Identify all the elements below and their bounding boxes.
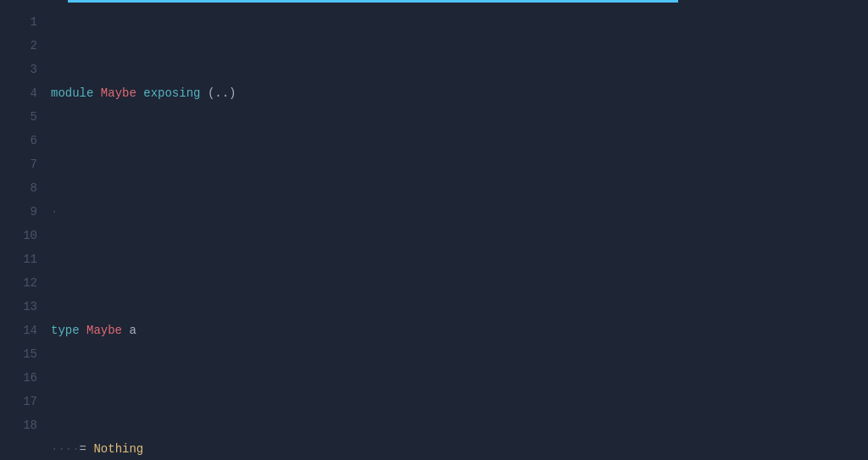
code-line-1: module Maybe exposing (..) (51, 81, 868, 105)
line-num-3: 3 (0, 58, 37, 81)
line-num-18: 18 (0, 413, 37, 437)
line-num-5: 5 (0, 105, 37, 129)
line-num-15: 15 (0, 342, 37, 366)
line-num-14: 14 (0, 319, 37, 342)
line-num-2: 2 (0, 34, 37, 58)
line-num-10: 10 (0, 224, 37, 247)
line-num-4: 4 (0, 81, 37, 105)
top-accent-bar (68, 0, 678, 3)
line-num-16: 16 (0, 366, 37, 390)
line-num-12: 12 (0, 271, 37, 295)
code-lines: module Maybe exposing (..) · type Maybe … (51, 7, 868, 460)
line-num-11: 11 (0, 247, 37, 271)
line-num-17: 17 (0, 390, 37, 413)
code-line-3: type Maybe a (51, 319, 868, 342)
line-num-9: 9 (0, 200, 37, 224)
line-numbers: 1 2 3 4 5 6 7 8 9 10 11 12 13 14 15 16 1… (0, 7, 51, 460)
code-line-2: · (51, 200, 868, 224)
code-line-4: ····= Nothing (51, 437, 868, 460)
code-editor: 1 2 3 4 5 6 7 8 9 10 11 12 13 14 15 16 1… (0, 0, 868, 460)
line-num-6: 6 (0, 129, 37, 152)
line-num-7: 7 (0, 152, 37, 176)
code-container: 1 2 3 4 5 6 7 8 9 10 11 12 13 14 15 16 1… (0, 0, 868, 460)
line-num-1: 1 (0, 10, 37, 34)
line-num-13: 13 (0, 295, 37, 319)
line-num-8: 8 (0, 176, 37, 200)
